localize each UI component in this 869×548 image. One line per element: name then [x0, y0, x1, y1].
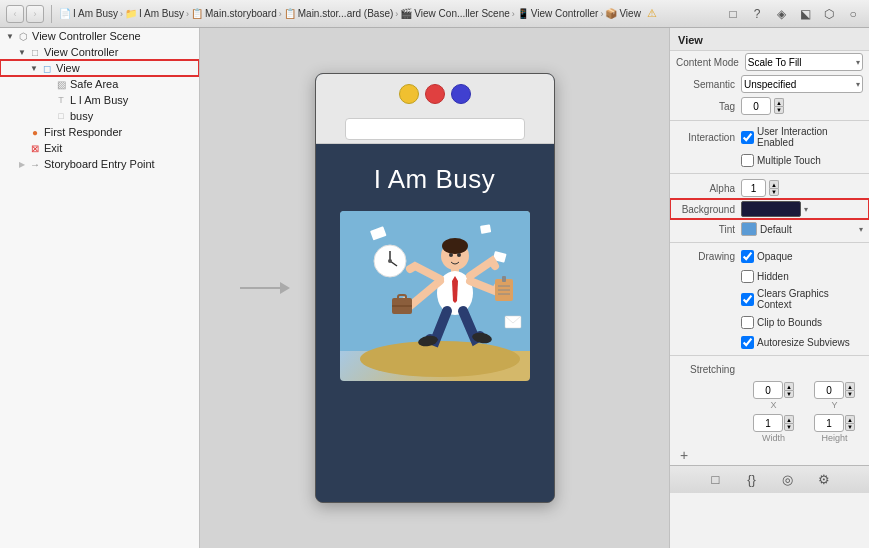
autoresize-control: Autoresize Subviews [741, 336, 863, 349]
content-mode-select[interactable]: Scale To Fill ▾ [745, 53, 863, 71]
breadcrumb: 📄 I Am Busy › 📁 I Am Busy › 📋 Main.story… [59, 7, 719, 20]
main-content: ▼ ⬡ View Controller Scene ▼ □ View Contr… [0, 28, 869, 548]
phone-frame[interactable]: I Am Busy [315, 73, 555, 503]
bottom-code-icon[interactable]: {} [742, 470, 762, 490]
alpha-label: Alpha [676, 183, 741, 194]
height-stepper-up[interactable]: ▲ [845, 415, 855, 423]
drawing-row: Drawing Opaque [670, 246, 869, 266]
opaque-control: Opaque [741, 250, 863, 263]
warning-icon: ⚠ [647, 7, 657, 20]
storyboard-icon: 📋 [191, 8, 203, 19]
x-input[interactable] [753, 381, 783, 399]
canvas-area: I Am Busy [200, 28, 669, 548]
x-stepper-down[interactable]: ▼ [784, 390, 794, 398]
height-stepper: ▲ ▼ [845, 415, 855, 431]
y-stepper-down[interactable]: ▼ [845, 390, 855, 398]
button-yellow[interactable] [399, 84, 419, 104]
width-input[interactable] [753, 414, 783, 432]
sidebar-item-storyboard-entry[interactable]: ▶ → Storyboard Entry Point [0, 156, 199, 172]
multiple-touch-label: Multiple Touch [757, 155, 821, 166]
bottom-file-icon[interactable]: □ [706, 470, 726, 490]
clears-checkbox[interactable] [741, 293, 754, 306]
breadcrumb-item[interactable]: 📋 Main.stor...ard (Base) [284, 8, 394, 19]
tag-stepper: ▲ ▼ [774, 98, 784, 114]
stretching-label-row: Stretching [670, 359, 869, 379]
breadcrumb-item[interactable]: 📦 View [605, 8, 641, 19]
help-icon[interactable]: ? [747, 4, 767, 24]
bottom-circle-icon[interactable]: ◎ [778, 470, 798, 490]
background-color-swatch[interactable] [741, 201, 801, 217]
breadcrumb-item[interactable]: 📄 I Am Busy [59, 8, 118, 19]
opaque-checkbox[interactable] [741, 250, 754, 263]
square-icon[interactable]: □ [723, 4, 743, 24]
breadcrumb-item[interactable]: 📋 Main.storyboard [191, 8, 277, 19]
autoresize-label: Autoresize Subviews [757, 337, 850, 348]
x-stepper-up[interactable]: ▲ [784, 382, 794, 390]
sidebar-item-vc-scene[interactable]: ▼ ⬡ View Controller Scene [0, 28, 199, 44]
safe-area-icon: ▨ [54, 77, 68, 91]
right-panel: View Content Mode Scale To Fill ▾ Semant… [669, 28, 869, 548]
user-interaction-checkbox[interactable] [741, 131, 754, 144]
y-input[interactable] [814, 381, 844, 399]
tag-stepper-down[interactable]: ▼ [774, 106, 784, 114]
sidebar: ▼ ⬡ View Controller Scene ▼ □ View Contr… [0, 28, 200, 548]
tint-arrow: ▾ [859, 225, 863, 234]
tag-stepper-up[interactable]: ▲ [774, 98, 784, 106]
alpha-stepper-down[interactable]: ▼ [769, 188, 779, 196]
xy-row: ▲ ▼ X ▲ ▼ Y [670, 379, 869, 412]
clip-checkbox[interactable] [741, 316, 754, 329]
top-toolbar: ‹ › 📄 I Am Busy › 📁 I Am Busy › 📋 Main.s… [0, 0, 869, 28]
tint-swatch[interactable] [741, 222, 757, 236]
sidebar-item-exit[interactable]: ⊠ Exit [0, 140, 199, 156]
inspector-icon[interactable]: ◈ [771, 4, 791, 24]
breadcrumb-item[interactable]: 📱 View Controller [517, 8, 599, 19]
multiple-touch-checkbox[interactable] [741, 154, 754, 167]
breadcrumb-arrow: › [512, 9, 515, 19]
height-group: ▲ ▼ Height [806, 414, 863, 443]
library-icon[interactable]: ⬡ [819, 4, 839, 24]
svg-point-12 [449, 253, 453, 257]
tree-label: First Responder [44, 126, 122, 138]
button-blue[interactable] [451, 84, 471, 104]
sidebar-item-view[interactable]: ▼ ◻ View [0, 60, 199, 76]
hidden-checkbox[interactable] [741, 270, 754, 283]
tree-label: busy [70, 110, 93, 122]
nav-bar [316, 114, 554, 144]
sidebar-item-label[interactable]: T L I Am Busy [0, 92, 199, 108]
tag-input[interactable] [741, 97, 771, 115]
sidebar-item-vc[interactable]: ▼ □ View Controller [0, 44, 199, 60]
forward-button[interactable]: › [26, 5, 44, 23]
layout-icon[interactable]: ⬕ [795, 4, 815, 24]
alpha-stepper-up[interactable]: ▲ [769, 180, 779, 188]
height-input[interactable] [814, 414, 844, 432]
sidebar-item-safe-area[interactable]: ▨ Safe Area [0, 76, 199, 92]
breadcrumb-label: Main.storyboard [205, 8, 277, 19]
semantic-value: Unspecified [744, 79, 796, 90]
alpha-input[interactable] [741, 179, 766, 197]
width-stepper: ▲ ▼ [784, 415, 794, 431]
interaction-control: User Interaction Enabled [741, 126, 863, 148]
bottom-gear-icon[interactable]: ⚙ [814, 470, 834, 490]
run-icon[interactable]: ○ [843, 4, 863, 24]
width-stepper-up[interactable]: ▲ [784, 415, 794, 423]
divider [670, 355, 869, 356]
phone-top-bar [316, 74, 554, 114]
tree-label: L I Am Busy [70, 94, 128, 106]
y-stepper-up[interactable]: ▲ [845, 382, 855, 390]
semantic-select[interactable]: Unspecified ▾ [741, 75, 863, 93]
wh-row: ▲ ▼ Width ▲ ▼ Height [670, 412, 869, 445]
tree-label: Safe Area [70, 78, 118, 90]
autoresize-checkbox[interactable] [741, 336, 754, 349]
button-red[interactable] [425, 84, 445, 104]
sidebar-item-busy[interactable]: □ busy [0, 108, 199, 124]
breadcrumb-item[interactable]: 📁 I Am Busy [125, 8, 184, 19]
width-stepper-down[interactable]: ▼ [784, 423, 794, 431]
clip-control: Clip to Bounds [741, 316, 863, 329]
breadcrumb-item[interactable]: 🎬 View Con...ller Scene [400, 8, 509, 19]
plus-icon[interactable]: + [676, 447, 692, 463]
height-stepper-down[interactable]: ▼ [845, 423, 855, 431]
vc-icon: 📱 [517, 8, 529, 19]
bg-select-arrow: ▾ [804, 205, 808, 214]
sidebar-item-first-responder[interactable]: ● First Responder [0, 124, 199, 140]
back-button[interactable]: ‹ [6, 5, 24, 23]
